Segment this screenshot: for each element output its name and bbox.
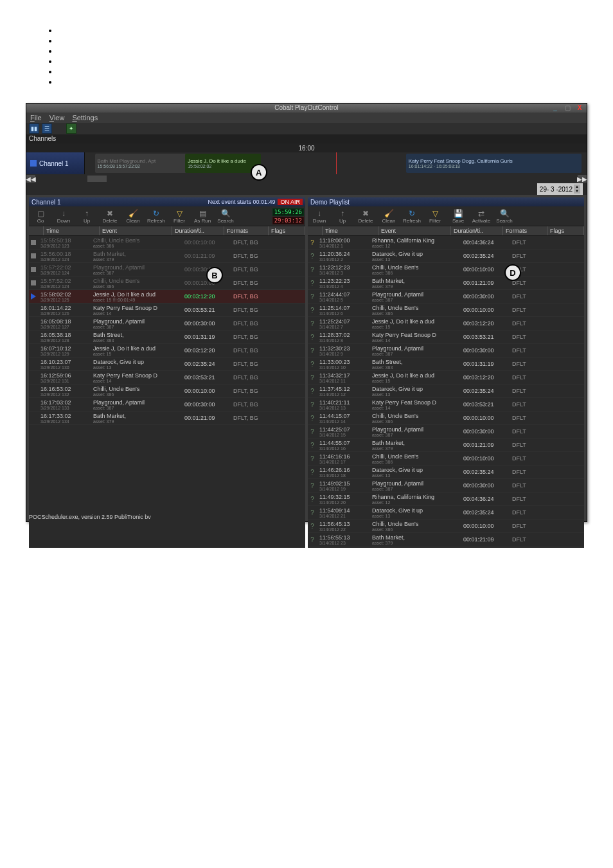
- channel-name-cell[interactable]: Channel 1: [26, 152, 85, 174]
- menu-file[interactable]: File: [30, 114, 42, 122]
- tool-filter[interactable]: ▽Filter: [425, 209, 445, 224]
- window-maximize-button[interactable]: ▢: [562, 104, 573, 111]
- search-icon: 🔍: [221, 209, 230, 218]
- table-row[interactable]: 16:07:10:123/29/2012 129Jessie J, Do it …: [29, 344, 305, 357]
- scroll-left[interactable]: ◀◀: [26, 175, 35, 183]
- top-toolbar: ▮▮ ☰ ✦: [26, 123, 587, 134]
- tool-down[interactable]: ↓Down: [309, 209, 330, 224]
- table-row[interactable]: ?11:34:32:173/14/2012 11Jessie J, Do it …: [308, 371, 584, 384]
- tool-up[interactable]: ↑Up: [76, 209, 97, 224]
- up-icon: ↑: [338, 209, 347, 218]
- question-icon: ?: [310, 401, 314, 408]
- tool-search[interactable]: 🔍Search: [494, 209, 515, 224]
- table-row[interactable]: ?11:54:09:143/14/2012 21Datarock, Give i…: [308, 506, 584, 520]
- table-row[interactable]: ?11:46:26:163/14/2012 18Datarock, Give i…: [308, 466, 584, 479]
- table-row[interactable]: 15:56:00:183/29/2012 124Bath Market,asse…: [29, 249, 305, 263]
- tool-save[interactable]: 💾Save: [448, 209, 468, 224]
- date-spinner[interactable]: ▲▼: [574, 185, 580, 194]
- table-row[interactable]: 16:12:59:063/29/2012 131Katy Perry Feat …: [29, 371, 305, 384]
- tool-filter[interactable]: ▽Filter: [169, 209, 190, 224]
- panel-right-header[interactable]: Demo Playlist: [308, 197, 584, 206]
- timeline-clip-next[interactable]: Katy Perry Feat Snoop Dogg, California G…: [406, 154, 582, 173]
- timeline-clip-current[interactable]: Jessie J, Do it like a dude 15:58:02:02: [185, 154, 260, 173]
- table-row[interactable]: ?11:28:37:023/14/2012 8Katy Perry Feat S…: [308, 330, 584, 344]
- table-row[interactable]: 16:10:23:073/29/2012 130Datarock, Give i…: [29, 357, 305, 371]
- table-row[interactable]: ?11:56:45:133/14/2012 22Chilli, Uncle Be…: [308, 520, 584, 533]
- table-row[interactable]: ?11:49:02:153/14/2012 19Playground, Apta…: [308, 479, 584, 493]
- timeline-clip-dim[interactable]: Bath Mat Playground, Apt 15:56:08 15:57:…: [95, 154, 191, 173]
- tool-up[interactable]: ↑Up: [332, 209, 353, 224]
- channel-row: Channel 1 Bath Mat Playground, Apt 15:56…: [26, 152, 587, 174]
- tool-delete[interactable]: ✖Delete: [355, 209, 376, 224]
- question-icon: ?: [310, 496, 314, 503]
- window-close-button[interactable]: X: [574, 104, 585, 111]
- tool-go[interactable]: ▢Go: [30, 209, 51, 224]
- stop-icon: [31, 280, 36, 285]
- marker-d: D: [504, 264, 521, 281]
- tool-refresh[interactable]: ↻Refresh: [402, 209, 422, 224]
- tool-search[interactable]: 🔍Search: [215, 209, 236, 224]
- table-row[interactable]: ?11:18:00:003/14/2012 1Rihanna, Californ…: [308, 236, 584, 249]
- toolbar-btn-3[interactable]: ✦: [66, 123, 76, 134]
- panel-right-toolbar: ↓Down↑Up✖Delete🧹Clean↻Refresh▽Filter💾Sav…: [308, 206, 584, 226]
- table-row[interactable]: ?11:24:44:073/14/2012 5Playground, Aptam…: [308, 290, 584, 303]
- table-row[interactable]: ?11:56:55:133/14/2012 23Bath Market,asse…: [308, 533, 584, 547]
- tool-refresh[interactable]: ↻Refresh: [146, 209, 166, 224]
- channel-icon: [30, 160, 37, 167]
- table-row[interactable]: ?11:44:25:073/14/2012 15Playground, Apta…: [308, 425, 584, 439]
- table-row[interactable]: 16:17:03:023/29/2012 133Playground, Apta…: [29, 398, 305, 411]
- window-title: Cobalt PlayOutControl: [274, 104, 339, 113]
- table-row[interactable]: 16:05:38:183/29/2012 128Bath Street,asse…: [29, 330, 305, 344]
- panel-right-rows: D ?11:18:00:003/14/2012 1Rihanna, Califo…: [308, 236, 584, 548]
- table-row[interactable]: ?11:44:55:073/14/2012 16Bath Market,asse…: [308, 439, 584, 452]
- table-row[interactable]: ?11:25:14:073/14/2012 6Chilli, Uncle Ben…: [308, 303, 584, 317]
- timeline-scrollbar[interactable]: ◀◀ ▶▶: [26, 174, 587, 183]
- channel-timeline[interactable]: Bath Mat Playground, Apt 15:56:08 15:57:…: [85, 152, 587, 174]
- tool-clean[interactable]: 🧹Clean: [378, 209, 399, 224]
- timeline-ruler[interactable]: 16:00: [26, 143, 587, 152]
- menu-view[interactable]: View: [49, 114, 65, 122]
- table-row[interactable]: 15:55:50:183/29/2012 123Chilli, Uncle Be…: [29, 236, 305, 249]
- panel-left-header[interactable]: Channel 1 Next event starts 00:01:49 ON …: [29, 197, 305, 206]
- channels-header: Channels: [26, 134, 587, 143]
- tool-delete[interactable]: ✖Delete: [100, 209, 120, 224]
- marker-b: B: [206, 267, 223, 284]
- table-row[interactable]: 16:17:33:023/29/2012 134Bath Market,asse…: [29, 411, 305, 425]
- titlebar[interactable]: Cobalt PlayOutControl _ ▢ X: [26, 104, 587, 113]
- table-row[interactable]: 15:57:22:023/29/2012 124Playground, Apta…: [29, 263, 305, 276]
- tool-down[interactable]: ↓Down: [53, 209, 74, 224]
- stop-icon: [31, 253, 36, 258]
- menubar: File View Settings: [26, 113, 587, 123]
- table-row[interactable]: ?11:44:15:073/14/2012 14Chilli, Uncle Be…: [308, 411, 584, 425]
- tool-as-run[interactable]: ▤As Run: [192, 209, 213, 224]
- down-icon: ↓: [59, 209, 68, 218]
- playhead: [336, 152, 337, 174]
- timeline-date-box[interactable]: 29- 3 -2012 ▲▼: [537, 183, 583, 195]
- table-row[interactable]: 15:58:02:023/29/2012 125Jessie J, Do it …: [29, 290, 305, 303]
- window-minimize-button[interactable]: _: [549, 104, 561, 111]
- toolbar-btn-2[interactable]: ☰: [42, 123, 52, 134]
- table-row[interactable]: ?11:49:32:153/14/2012 20Rihanna, Califor…: [308, 493, 584, 506]
- toolbar-btn-1[interactable]: ▮▮: [29, 123, 39, 134]
- table-row[interactable]: 16:05:08:183/29/2012 127Playground, Apta…: [29, 317, 305, 330]
- table-row[interactable]: ?11:23:12:233/14/2012 3Chilli, Uncle Ben…: [308, 263, 584, 276]
- table-row[interactable]: ?11:46:16:163/14/2012 17Chilli, Uncle Be…: [308, 452, 584, 466]
- scroll-right[interactable]: ▶▶: [578, 175, 587, 183]
- tool-clean[interactable]: 🧹Clean: [123, 209, 143, 224]
- playlist-panel-right: Demo Playlist ↓Down↑Up✖Delete🧹Clean↻Refr…: [308, 197, 584, 548]
- table-row[interactable]: ?11:20:36:243/14/2012 2Datarock, Give it…: [308, 249, 584, 263]
- table-row[interactable]: ?11:32:30:233/14/2012 9Playground, Aptam…: [308, 344, 584, 357]
- table-row[interactable]: 16:01:14:223/29/2012 126Katy Perry Feat …: [29, 303, 305, 317]
- tool-activate[interactable]: ⇄Activate: [471, 209, 492, 224]
- table-row[interactable]: ?11:23:22:233/14/2012 4Bath Market,asset…: [308, 276, 584, 290]
- table-row[interactable]: ?11:58:16:223/14/2012 24Playground, Apta…: [308, 547, 584, 548]
- table-row[interactable]: ?11:25:24:073/14/2012 7Jessie J, Do it l…: [308, 317, 584, 330]
- table-row[interactable]: ?11:37:45:123/14/2012 12Datarock, Give i…: [308, 384, 584, 398]
- table-row[interactable]: ?11:33:00:233/14/2012 10Bath Street,asse…: [308, 357, 584, 371]
- table-row[interactable]: 16:16:53:023/29/2012 132Chilli, Uncle Be…: [29, 384, 305, 398]
- panel-left-toolbar: ▢Go↓Down↑Up✖Delete🧹Clean↻Refresh▽Filter▤…: [29, 206, 305, 226]
- menu-settings[interactable]: Settings: [72, 114, 98, 122]
- scroll-thumb[interactable]: [87, 175, 107, 183]
- table-row[interactable]: 15:57:52:023/29/2012 124Chilli, Uncle Be…: [29, 276, 305, 290]
- table-row[interactable]: ?11:40:21:113/14/2012 13Katy Perry Feat …: [308, 398, 584, 411]
